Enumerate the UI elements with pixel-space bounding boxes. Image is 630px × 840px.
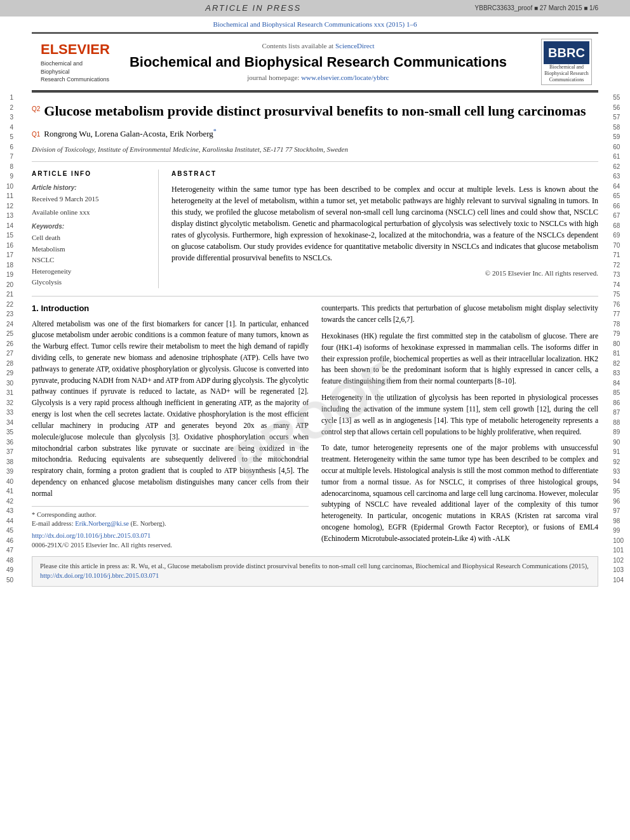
authors: Rongrong Wu, Lorena Galan-Acosta, Erik N…: [44, 127, 217, 140]
intro-paragraph-4: Heterogeneity in the utilization of glyc…: [321, 392, 598, 437]
article-in-press-label: ARTICLE IN PRESS: [32, 3, 475, 14]
sciencedirect-link[interactable]: ScienceDirect: [335, 42, 375, 50]
footnote-doi: http://dx.doi.org/10.1016/j.bbrc.2015.03…: [32, 531, 309, 541]
footnote-section: * Corresponding author. E-mail address: …: [32, 506, 309, 550]
stem-cell-growth-text: stem cell growth: [483, 405, 534, 413]
doi-link[interactable]: http://dx.doi.org/10.1016/j.bbrc.2015.03…: [32, 532, 151, 539]
bbrc-logo-letters: BBRC: [544, 41, 589, 64]
line-numbers-left: 1234567891011121314151617181920212223242…: [6, 93, 16, 587]
main-content: 1234567891011121314151617181920212223242…: [32, 93, 598, 550]
article-info-abstract-section: ARTICLE INFO Article history: Received 9…: [32, 162, 598, 297]
bbrc-logo: BBRC Biochemical andBiophysical Research…: [541, 39, 592, 85]
homepage-url[interactable]: www.elsevier.com/locate/ybbrc: [301, 74, 389, 81]
right-column: counterparts. This predicts that perturb…: [321, 303, 598, 550]
query-mark-q2: Q2: [32, 105, 40, 114]
article-title: Glucose metabolism provide distinct pros…: [44, 102, 586, 121]
keyword-4: Heterogeneity: [32, 267, 149, 276]
journal-header: ELSEVIER Biochemical and BiophysicalRese…: [32, 32, 598, 91]
footnote-email-link[interactable]: Erik.Norberg@ki.se: [75, 520, 129, 527]
query-mark-q1: Q1: [32, 130, 40, 139]
abstract-copyright: © 2015 Elsevier Inc. All rights reserved…: [171, 269, 598, 278]
footer-citation: Please cite this article in press as: R.…: [32, 556, 598, 586]
homepage-line: journal homepage: www.elsevier.com/locat…: [95, 73, 541, 83]
introduction-heading: 1. Introduction: [32, 303, 309, 314]
footnote-corresponding: * Corresponding author.: [32, 510, 309, 520]
keyword-5: Glycolysis: [32, 277, 149, 287]
proof-meta: YBBRC33633_proof ■ 27 March 2015 ■ 1/6: [475, 4, 598, 13]
keyword-2: Metabolism: [32, 244, 149, 254]
intro-paragraph-1: Altered metabolism was one of the first …: [32, 319, 309, 500]
keyword-1: Cell death: [32, 233, 149, 243]
body-section: 1. Introduction Altered metabolism was o…: [32, 297, 598, 550]
contents-line: Contents lists available at ScienceDirec…: [95, 41, 541, 51]
bbrc-logo-subtitle: Biochemical andBiophysical ResearchCommu…: [544, 64, 589, 83]
keyword-3: NSCLC: [32, 255, 149, 265]
abstract-col: ABSTRACT Heterogeneity within the same t…: [171, 170, 598, 289]
journal-name-center: Contents lists available at ScienceDirec…: [95, 41, 541, 83]
footer-citation-label: Please cite this article in press as: R.…: [40, 563, 589, 570]
affiliation: Division of Toxicology, Institute of Env…: [32, 145, 598, 154]
article-title-section: Q2 Glucose metabolism provide distinct p…: [32, 93, 598, 162]
keywords-label: Keywords:: [32, 222, 149, 231]
received-date: Received 9 March 2015: [32, 194, 149, 204]
elsevier-logo: ELSEVIER Biochemical and BiophysicalRese…: [38, 40, 95, 84]
footnote-copyright: 0006-291X/© 2015 Elsevier Inc. All right…: [32, 541, 309, 550]
intro-paragraph-2: counterparts. This predicts that perturb…: [321, 303, 598, 326]
abstract-text: Heterogeneity within the same tumor type…: [171, 183, 598, 263]
available-online: Available online xxx: [32, 208, 149, 217]
article-info-header: ARTICLE INFO: [32, 170, 149, 178]
abstract-header: ABSTRACT: [171, 170, 598, 178]
history-label: Article history:: [32, 183, 149, 192]
journal-full-name: Biochemical and Biophysical Research Com…: [95, 54, 541, 70]
footnote-email: E-mail address: Erik.Norberg@ki.se (E. N…: [32, 519, 309, 529]
intro-paragraph-5: To date, tumor heterogeneity represents …: [321, 443, 598, 544]
line-numbers-right: 5556575859606162636465666768697071727374…: [610, 93, 624, 587]
intro-paragraph-3: Hexokinases (HK) regulate the first comm…: [321, 331, 598, 387]
article-info-col: ARTICLE INFO Article history: Received 9…: [32, 170, 159, 289]
footer-doi-link[interactable]: http://dx.doi.org/10.1016/j.bbrc.2015.03…: [40, 572, 159, 579]
top-meta-bar: ARTICLE IN PRESS YBBRC33633_proof ■ 27 M…: [0, 0, 630, 17]
journal-title-line: Biochemical and Biophysical Research Com…: [213, 20, 417, 28]
left-column: 1. Introduction Altered metabolism was o…: [32, 303, 309, 550]
